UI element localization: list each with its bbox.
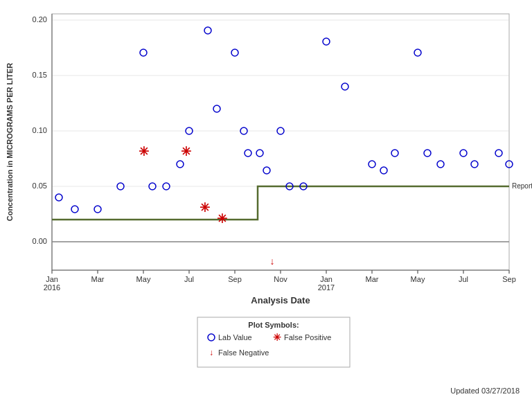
svg-text:2016: 2016	[44, 283, 60, 292]
false-positive-symbol: ✳	[217, 212, 227, 226]
false-positive-symbol: ✳	[200, 201, 210, 215]
svg-text:Sep: Sep	[502, 275, 516, 283]
svg-text:Nov: Nov	[274, 275, 287, 283]
svg-text:Reporting Level: Reporting Level	[512, 182, 532, 190]
legend-fp-symbol: ✳	[273, 332, 281, 343]
legend-fp-label: False Positive	[284, 333, 331, 342]
svg-text:0.05: 0.05	[33, 181, 47, 190]
svg-text:Sep: Sep	[228, 275, 242, 283]
legend-fn-label: False Negative	[218, 348, 269, 357]
false-positive-symbol: ✳	[181, 145, 191, 159]
svg-text:Jan: Jan	[46, 275, 58, 283]
svg-text:May: May	[411, 275, 425, 283]
svg-text:Jan: Jan	[320, 275, 332, 283]
svg-rect-0	[52, 14, 509, 270]
false-negative-symbol: ↓	[270, 256, 275, 267]
updated-text: Updated 03/27/2018	[450, 387, 520, 395]
svg-text:0.10: 0.10	[33, 126, 47, 134]
legend-title: Plot Symbols:	[248, 321, 299, 329]
svg-text:0.20: 0.20	[33, 15, 47, 24]
svg-text:Jul: Jul	[184, 275, 194, 283]
false-positive-symbol: ✳	[139, 145, 149, 159]
svg-text:Analysis Date: Analysis Date	[251, 295, 310, 305]
svg-text:May: May	[136, 275, 151, 283]
svg-text:0.15: 0.15	[33, 71, 47, 79]
svg-text:Jul: Jul	[459, 275, 468, 283]
legend-lab-label: Lab Value	[218, 333, 252, 342]
svg-text:2017: 2017	[318, 283, 335, 292]
svg-text:Mar: Mar	[366, 275, 379, 283]
svg-text:0.00: 0.00	[33, 237, 47, 245]
chart-container: 0.00 0.05 0.10 0.15 0.20 Concentration i…	[0, 0, 532, 399]
legend-fn-symbol: ↓	[209, 348, 213, 357]
svg-text:Concentration in MICROGRAMS PE: Concentration in MICROGRAMS PER LITER	[6, 63, 14, 222]
svg-text:Mar: Mar	[91, 275, 105, 283]
